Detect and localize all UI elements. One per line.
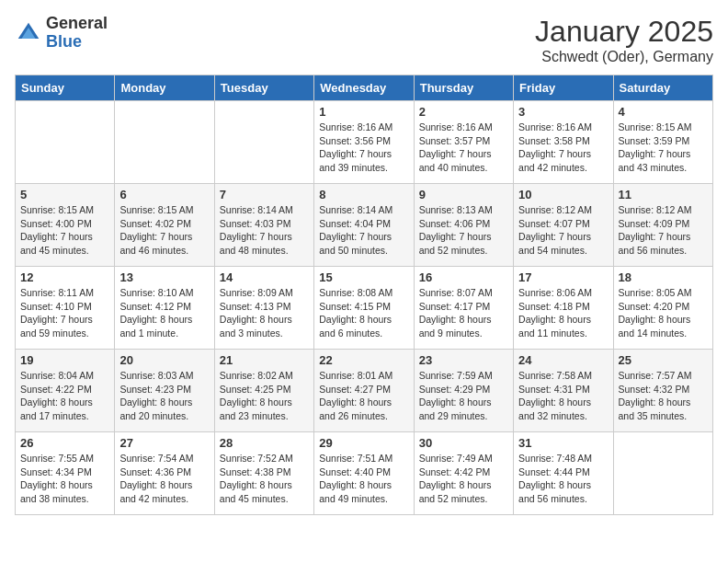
calendar-day-cell [613, 432, 712, 515]
calendar-table: SundayMondayTuesdayWednesdayThursdayFrid… [15, 75, 713, 515]
calendar-day-cell: 17Sunrise: 8:06 AM Sunset: 4:18 PM Dayli… [514, 267, 613, 350]
day-number: 31 [518, 436, 608, 450]
calendar-day-cell: 18Sunrise: 8:05 AM Sunset: 4:20 PM Dayli… [613, 267, 712, 350]
day-number: 8 [319, 188, 408, 201]
weekday-header: Tuesday [214, 75, 313, 101]
calendar-day-cell: 8Sunrise: 8:14 AM Sunset: 4:04 PM Daylig… [314, 184, 414, 267]
calendar-week-row: 1Sunrise: 8:16 AM Sunset: 3:56 PM Daylig… [16, 101, 713, 184]
location-title: Schwedt (Oder), Germany [535, 49, 713, 65]
calendar-day-cell: 23Sunrise: 7:59 AM Sunset: 4:29 PM Dayli… [414, 350, 513, 432]
calendar-day-cell: 27Sunrise: 7:54 AM Sunset: 4:36 PM Dayli… [115, 432, 214, 515]
day-number: 9 [419, 188, 508, 201]
day-number: 21 [220, 353, 309, 367]
calendar-day-cell [214, 101, 313, 184]
calendar-day-cell: 26Sunrise: 7:55 AM Sunset: 4:34 PM Dayli… [16, 432, 115, 515]
calendar-day-cell: 14Sunrise: 8:09 AM Sunset: 4:13 PM Dayli… [214, 267, 313, 350]
weekday-header: Saturday [613, 75, 712, 101]
weekday-header: Thursday [414, 75, 513, 101]
day-number: 27 [119, 436, 209, 450]
logo-general: General [46, 15, 108, 33]
day-info: Sunrise: 7:48 AM Sunset: 4:44 PM Dayligh… [518, 452, 608, 506]
calendar-day-cell [115, 101, 214, 184]
day-info: Sunrise: 8:03 AM Sunset: 4:23 PM Dayligh… [119, 369, 209, 423]
day-number: 30 [419, 436, 508, 450]
calendar-week-row: 26Sunrise: 7:55 AM Sunset: 4:34 PM Dayli… [16, 432, 713, 515]
calendar-day-cell: 16Sunrise: 8:07 AM Sunset: 4:17 PM Dayli… [414, 267, 513, 350]
day-number: 11 [619, 188, 708, 201]
calendar-day-cell: 11Sunrise: 8:12 AM Sunset: 4:09 PM Dayli… [613, 184, 712, 267]
day-info: Sunrise: 8:16 AM Sunset: 3:58 PM Dayligh… [518, 121, 608, 175]
logo-icon [15, 19, 42, 47]
day-number: 16 [419, 270, 508, 284]
day-number: 24 [518, 353, 608, 367]
day-info: Sunrise: 8:01 AM Sunset: 4:27 PM Dayligh… [319, 369, 408, 423]
day-info: Sunrise: 7:55 AM Sunset: 4:34 PM Dayligh… [20, 452, 109, 506]
day-info: Sunrise: 7:58 AM Sunset: 4:31 PM Dayligh… [518, 369, 608, 423]
title-section: January 2025 Schwedt (Oder), Germany [535, 15, 713, 65]
calendar-day-cell: 1Sunrise: 8:16 AM Sunset: 3:56 PM Daylig… [314, 101, 414, 184]
calendar-day-cell: 9Sunrise: 8:13 AM Sunset: 4:06 PM Daylig… [414, 184, 513, 267]
day-info: Sunrise: 8:16 AM Sunset: 3:56 PM Dayligh… [319, 121, 408, 175]
day-info: Sunrise: 8:16 AM Sunset: 3:57 PM Dayligh… [419, 121, 508, 175]
day-number: 5 [20, 188, 109, 201]
day-info: Sunrise: 8:12 AM Sunset: 4:07 PM Dayligh… [518, 203, 608, 258]
calendar-day-cell: 12Sunrise: 8:11 AM Sunset: 4:10 PM Dayli… [16, 267, 115, 350]
calendar-day-cell: 29Sunrise: 7:51 AM Sunset: 4:40 PM Dayli… [314, 432, 414, 515]
day-info: Sunrise: 7:57 AM Sunset: 4:32 PM Dayligh… [619, 369, 708, 423]
day-number: 12 [20, 270, 109, 284]
calendar-day-cell: 2Sunrise: 8:16 AM Sunset: 3:57 PM Daylig… [414, 101, 513, 184]
day-number: 18 [619, 270, 708, 284]
calendar-day-cell: 10Sunrise: 8:12 AM Sunset: 4:07 PM Dayli… [514, 184, 613, 267]
calendar-week-row: 12Sunrise: 8:11 AM Sunset: 4:10 PM Dayli… [16, 267, 713, 350]
weekday-header: Friday [514, 75, 613, 101]
day-number: 26 [20, 436, 109, 450]
day-number: 2 [419, 105, 508, 119]
logo-text: General Blue [46, 15, 108, 52]
day-info: Sunrise: 7:59 AM Sunset: 4:29 PM Dayligh… [419, 369, 508, 423]
day-info: Sunrise: 7:54 AM Sunset: 4:36 PM Dayligh… [119, 452, 209, 506]
calendar-day-cell: 21Sunrise: 8:02 AM Sunset: 4:25 PM Dayli… [214, 350, 313, 432]
calendar-week-row: 5Sunrise: 8:15 AM Sunset: 4:00 PM Daylig… [16, 184, 713, 267]
calendar-day-cell: 24Sunrise: 7:58 AM Sunset: 4:31 PM Dayli… [514, 350, 613, 432]
calendar-day-cell: 19Sunrise: 8:04 AM Sunset: 4:22 PM Dayli… [16, 350, 115, 432]
day-number: 1 [319, 105, 408, 119]
day-info: Sunrise: 8:14 AM Sunset: 4:04 PM Dayligh… [319, 203, 408, 258]
calendar-day-cell: 7Sunrise: 8:14 AM Sunset: 4:03 PM Daylig… [214, 184, 313, 267]
day-info: Sunrise: 8:10 AM Sunset: 4:12 PM Dayligh… [119, 286, 209, 340]
calendar-day-cell: 15Sunrise: 8:08 AM Sunset: 4:15 PM Dayli… [314, 267, 414, 350]
day-info: Sunrise: 8:14 AM Sunset: 4:03 PM Dayligh… [220, 203, 309, 258]
day-info: Sunrise: 8:09 AM Sunset: 4:13 PM Dayligh… [220, 286, 309, 340]
calendar-day-cell: 30Sunrise: 7:49 AM Sunset: 4:42 PM Dayli… [414, 432, 513, 515]
day-number: 22 [319, 353, 408, 367]
day-info: Sunrise: 8:15 AM Sunset: 4:00 PM Dayligh… [20, 203, 109, 258]
calendar-day-cell: 4Sunrise: 8:15 AM Sunset: 3:59 PM Daylig… [613, 101, 712, 184]
calendar-day-cell: 28Sunrise: 7:52 AM Sunset: 4:38 PM Dayli… [214, 432, 313, 515]
day-number: 14 [220, 270, 309, 284]
day-info: Sunrise: 7:52 AM Sunset: 4:38 PM Dayligh… [220, 452, 309, 506]
weekday-header: Wednesday [314, 75, 414, 101]
weekday-header: Sunday [16, 75, 115, 101]
day-number: 10 [518, 188, 608, 201]
day-number: 20 [119, 353, 209, 367]
day-number: 19 [20, 353, 109, 367]
day-info: Sunrise: 8:07 AM Sunset: 4:17 PM Dayligh… [419, 286, 508, 340]
day-info: Sunrise: 8:08 AM Sunset: 4:15 PM Dayligh… [319, 286, 408, 340]
day-info: Sunrise: 8:15 AM Sunset: 3:59 PM Dayligh… [619, 121, 708, 175]
calendar-day-cell: 6Sunrise: 8:15 AM Sunset: 4:02 PM Daylig… [115, 184, 214, 267]
day-number: 6 [119, 188, 209, 201]
day-info: Sunrise: 8:04 AM Sunset: 4:22 PM Dayligh… [20, 369, 109, 423]
weekday-header: Monday [115, 75, 214, 101]
calendar-week-row: 19Sunrise: 8:04 AM Sunset: 4:22 PM Dayli… [16, 350, 713, 432]
calendar-day-cell: 25Sunrise: 7:57 AM Sunset: 4:32 PM Dayli… [613, 350, 712, 432]
calendar-day-cell [16, 101, 115, 184]
calendar-day-cell: 31Sunrise: 7:48 AM Sunset: 4:44 PM Dayli… [514, 432, 613, 515]
day-number: 13 [119, 270, 209, 284]
day-number: 7 [220, 188, 309, 201]
day-number: 3 [518, 105, 608, 119]
calendar-day-cell: 20Sunrise: 8:03 AM Sunset: 4:23 PM Dayli… [115, 350, 214, 432]
day-info: Sunrise: 8:11 AM Sunset: 4:10 PM Dayligh… [20, 286, 109, 340]
calendar-header-row: SundayMondayTuesdayWednesdayThursdayFrid… [16, 75, 713, 101]
calendar-day-cell: 22Sunrise: 8:01 AM Sunset: 4:27 PM Dayli… [314, 350, 414, 432]
month-title: January 2025 [535, 15, 713, 49]
calendar-day-cell: 5Sunrise: 8:15 AM Sunset: 4:00 PM Daylig… [16, 184, 115, 267]
